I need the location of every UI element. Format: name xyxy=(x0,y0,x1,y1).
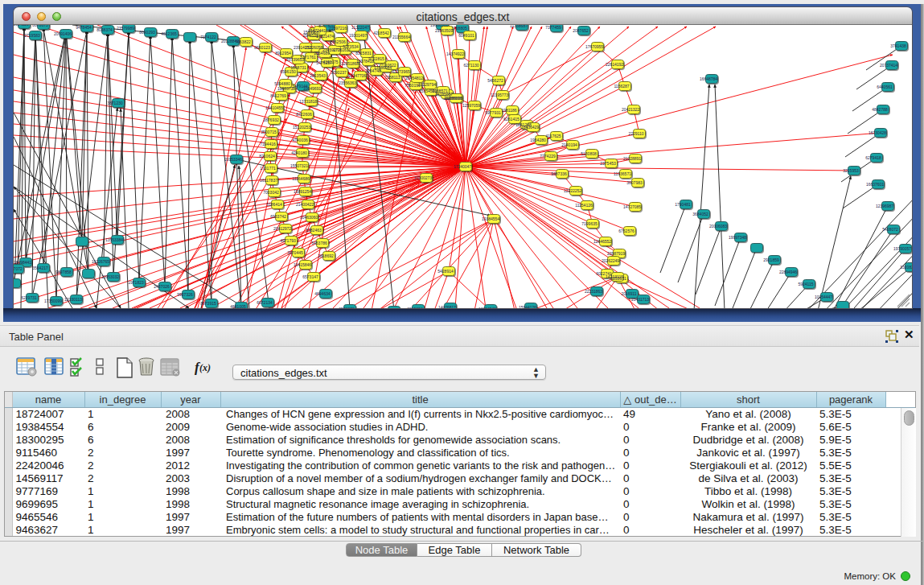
svg-text:5456272: 5456272 xyxy=(487,78,503,83)
svg-text:14213115: 14213115 xyxy=(606,274,623,279)
svg-text:1768805: 1768805 xyxy=(451,26,467,31)
svg-text:10326765: 10326765 xyxy=(92,259,109,264)
svg-text:2818692: 2818692 xyxy=(318,253,334,258)
svg-text:2229110: 2229110 xyxy=(628,131,643,136)
svg-text:6007072: 6007072 xyxy=(14,266,23,271)
svg-text:2016911: 2016911 xyxy=(621,291,636,296)
svg-text:6672134: 6672134 xyxy=(257,300,273,305)
svg-text:20006083: 20006083 xyxy=(709,224,727,229)
svg-text:4842788: 4842788 xyxy=(872,107,888,112)
svg-text:11338687: 11338687 xyxy=(510,25,528,28)
svg-text:4694634: 4694634 xyxy=(314,291,331,296)
svg-text:18147706: 18147706 xyxy=(348,73,366,78)
svg-text:12195773: 12195773 xyxy=(491,93,508,97)
svg-text:10415846: 10415846 xyxy=(294,262,311,267)
svg-text:16637601: 16637601 xyxy=(866,182,884,187)
svg-text:3564217: 3564217 xyxy=(32,266,48,270)
svg-text:19686361: 19686361 xyxy=(430,25,448,27)
svg-text:6752576: 6752576 xyxy=(618,229,634,233)
svg-text:5408072: 5408072 xyxy=(882,227,898,232)
svg-text:17321474: 17321474 xyxy=(316,34,334,39)
svg-text:12396987: 12396987 xyxy=(876,204,893,208)
svg-text:20053346: 20053346 xyxy=(224,157,242,162)
svg-text:6038571: 6038571 xyxy=(432,89,448,93)
svg-text:8912954: 8912954 xyxy=(275,51,291,56)
svg-text:22614192: 22614192 xyxy=(606,62,623,67)
svg-text:11322047: 11322047 xyxy=(351,25,369,30)
svg-text:15472441: 15472441 xyxy=(308,28,326,33)
svg-text:5614226: 5614226 xyxy=(14,25,29,27)
svg-text:21697216: 21697216 xyxy=(329,26,347,31)
svg-text:8090293: 8090293 xyxy=(139,30,155,35)
svg-text:10054447: 10054447 xyxy=(815,295,832,299)
svg-text:13731818: 13731818 xyxy=(299,99,317,104)
svg-text:21188606: 21188606 xyxy=(444,96,462,101)
svg-text:21028891: 21028891 xyxy=(623,156,641,161)
svg-text:6261415: 6261415 xyxy=(503,117,519,122)
svg-text:6271130: 6271130 xyxy=(463,63,478,68)
svg-text:1971823: 1971823 xyxy=(128,280,144,285)
svg-text:11936571: 11936571 xyxy=(614,171,631,176)
svg-text:12597059: 12597059 xyxy=(462,103,480,108)
svg-text:7003042: 7003042 xyxy=(263,190,279,195)
svg-text:6049101: 6049101 xyxy=(458,33,474,38)
svg-text:5476257: 5476257 xyxy=(316,60,332,65)
svg-text:5130808: 5130808 xyxy=(581,151,597,156)
svg-text:20412972: 20412972 xyxy=(273,226,291,231)
svg-text:23556363: 23556363 xyxy=(339,80,356,85)
svg-text:14076817: 14076817 xyxy=(438,305,456,308)
svg-text:7199635: 7199635 xyxy=(581,221,598,226)
svg-text:6229731: 6229731 xyxy=(21,295,37,300)
svg-text:5924115: 5924115 xyxy=(798,282,813,286)
svg-text:4841005: 4841005 xyxy=(230,304,246,308)
svg-text:19301497: 19301497 xyxy=(349,33,367,38)
svg-text:8412769: 8412769 xyxy=(270,93,286,98)
svg-text:4218542: 4218542 xyxy=(373,31,389,35)
svg-text:19410455: 19410455 xyxy=(265,105,283,110)
svg-text:23987919: 23987919 xyxy=(607,251,625,256)
svg-text:1954280: 1954280 xyxy=(530,138,546,142)
svg-text:1701771: 1701771 xyxy=(260,166,276,171)
svg-text:8078673: 8078673 xyxy=(32,25,48,27)
svg-text:20454812: 20454812 xyxy=(405,76,423,80)
svg-text:10983738: 10983738 xyxy=(277,86,295,91)
svg-text:2719583: 2719583 xyxy=(24,33,40,38)
svg-text:9937326: 9937326 xyxy=(177,292,193,297)
svg-text:23953032: 23953032 xyxy=(101,274,119,279)
svg-text:3790237: 3790237 xyxy=(331,70,347,75)
svg-text:11173965: 11173965 xyxy=(392,69,410,74)
svg-text:6440561: 6440561 xyxy=(877,84,893,89)
svg-text:1790481: 1790481 xyxy=(675,202,691,207)
svg-text:12222252: 12222252 xyxy=(564,188,581,193)
svg-text:8210624: 8210624 xyxy=(259,154,275,159)
svg-text:2437026: 2437026 xyxy=(154,284,170,289)
svg-text:13553384: 13553384 xyxy=(105,237,123,242)
svg-text:15891254: 15891254 xyxy=(294,189,311,194)
svg-text:3607983: 3607983 xyxy=(626,180,643,185)
svg-text:4117625: 4117625 xyxy=(545,134,561,138)
svg-text:7663822: 7663822 xyxy=(235,39,251,44)
svg-text:12646552: 12646552 xyxy=(593,239,611,244)
svg-text:18398441: 18398441 xyxy=(14,260,31,265)
svg-text:9478454: 9478454 xyxy=(76,25,92,30)
svg-text:23431713: 23431713 xyxy=(631,297,649,302)
svg-text:3219824: 3219824 xyxy=(407,307,423,308)
svg-text:16648784: 16648784 xyxy=(700,76,717,81)
svg-text:10463060: 10463060 xyxy=(300,215,318,220)
svg-text:9722815: 9722815 xyxy=(368,56,384,61)
svg-text:7374122: 7374122 xyxy=(200,35,216,39)
svg-text:17240047: 17240047 xyxy=(454,164,471,169)
svg-text:15120253: 15120253 xyxy=(293,125,310,130)
svg-text:6596150: 6596150 xyxy=(280,69,296,74)
svg-text:19384554: 19384554 xyxy=(482,216,499,221)
svg-text:11154126: 11154126 xyxy=(575,203,593,208)
svg-text:3500715: 3500715 xyxy=(261,130,277,134)
svg-text:6933742: 6933742 xyxy=(270,214,286,219)
svg-text:8315831: 8315831 xyxy=(355,51,372,56)
svg-text:2921859: 2921859 xyxy=(763,257,779,262)
svg-text:3320821: 3320821 xyxy=(900,265,912,270)
svg-text:4240180: 4240180 xyxy=(291,150,307,155)
svg-text:20737414: 20737414 xyxy=(880,63,897,68)
svg-text:22894946: 22894946 xyxy=(779,270,797,274)
svg-text:2375453: 2375453 xyxy=(600,161,616,166)
